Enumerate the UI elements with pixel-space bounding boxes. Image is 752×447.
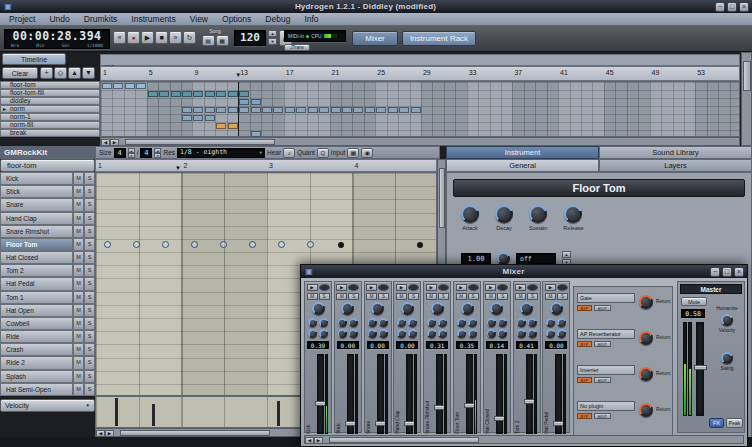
sequence-cell[interactable] — [228, 91, 238, 97]
pattern-list-item[interactable]: norm-1 — [0, 113, 100, 121]
sequence-cell[interactable] — [239, 99, 249, 105]
fx-send-knob[interactable] — [487, 329, 496, 338]
swing-knob[interactable] — [721, 352, 733, 364]
fx-name-button[interactable]: AP Reverberator — [577, 329, 635, 339]
note[interactable] — [162, 241, 169, 248]
note[interactable] — [338, 242, 344, 248]
sequence-cell[interactable] — [205, 107, 215, 113]
fx-send-knob[interactable] — [349, 329, 358, 338]
note[interactable] — [220, 241, 227, 248]
channel-volume-fader[interactable] — [377, 354, 384, 434]
fx-send-knob[interactable] — [379, 329, 388, 338]
sequence-cell[interactable] — [376, 107, 386, 113]
record-button[interactable]: ● — [127, 31, 140, 44]
close-button[interactable]: × — [739, 2, 749, 12]
sequence-cell[interactable] — [399, 107, 409, 113]
fx-name-button[interactable]: Inverter — [577, 365, 635, 375]
note[interactable] — [307, 241, 314, 248]
sequence-cell[interactable] — [273, 107, 283, 113]
channel-mute-button[interactable]: M — [456, 293, 467, 300]
sequence-cell[interactable] — [239, 107, 249, 113]
menu-drumkits[interactable]: Drumkits — [77, 13, 125, 26]
fx-send-knob[interactable] — [528, 318, 537, 327]
hear-notes-toggle[interactable]: ♪ — [283, 148, 295, 158]
instrument-name-button[interactable]: Snare Rimshot — [0, 225, 73, 238]
fx-send-knob[interactable] — [427, 329, 436, 338]
mixer-horizontal-scrollbar[interactable]: ◀▶ — [304, 435, 744, 444]
instrument-name-button[interactable]: Hat Open — [0, 304, 73, 317]
pattern-position-ruler[interactable]: 1234▼ — [95, 159, 437, 172]
scroll-left-button[interactable]: ◀ — [96, 430, 105, 437]
pattern-list-item[interactable]: norm-fill — [0, 121, 100, 129]
instrument-solo-button[interactable]: S — [84, 291, 95, 304]
fx-send-knob[interactable] — [397, 318, 406, 327]
pan-knob[interactable] — [401, 302, 414, 315]
pattern-list-item[interactable]: floor-tom — [0, 81, 100, 89]
channel-solo-button[interactable]: S — [527, 293, 538, 300]
pattern-name-button[interactable]: floor-tom — [0, 159, 95, 172]
master-fader[interactable] — [696, 322, 704, 416]
instrument-name-button[interactable]: Ride 2 — [0, 356, 73, 369]
maximize-button[interactable]: □ — [727, 2, 737, 12]
fx-send-knob[interactable] — [517, 329, 526, 338]
scrollbar-thumb[interactable] — [329, 437, 479, 443]
play-sample-button[interactable]: ▶ — [336, 284, 347, 291]
loop-button[interactable]: ↻ — [183, 31, 196, 44]
fx-send-knob[interactable] — [338, 318, 347, 327]
instrument-mute-button[interactable]: M — [73, 356, 84, 369]
instrument-solo-button[interactable]: S — [84, 343, 95, 356]
select-mode-button[interactable]: ◇ — [54, 67, 67, 79]
channel-solo-button[interactable]: S — [319, 293, 330, 300]
sequence-cell[interactable] — [113, 83, 123, 89]
sequence-cell[interactable] — [171, 91, 181, 97]
instrument-solo-button[interactable]: S — [84, 383, 95, 396]
fx-send-knob[interactable] — [498, 329, 507, 338]
mixer-title-bar[interactable]: ▣ Mixer − □ × — [301, 265, 747, 278]
attack-knob[interactable] — [461, 205, 479, 223]
play-sample-button[interactable]: ▶ — [366, 284, 377, 291]
sequence-cell[interactable] — [331, 107, 341, 113]
song-vertical-scrollbar[interactable] — [741, 52, 752, 146]
sequence-cell[interactable] — [285, 107, 295, 113]
pan-knob[interactable] — [520, 302, 533, 315]
move-pattern-down-button[interactable]: ▼ — [82, 67, 95, 79]
channel-solo-button[interactable]: S — [348, 293, 359, 300]
song-mode-button[interactable]: ▤ — [202, 35, 215, 46]
pan-knob[interactable] — [312, 302, 325, 315]
channel-mute-button[interactable]: M — [336, 293, 347, 300]
title-bar[interactable]: ▣ Hydrogen 1.2.1 - Diddley (modified) − … — [0, 0, 752, 13]
instrument-name-button[interactable]: Snare — [0, 198, 73, 211]
sequence-cell[interactable] — [148, 91, 158, 97]
song-sequence-grid[interactable] — [100, 81, 740, 137]
pattern-list-item[interactable]: floor-tom-fill — [0, 89, 100, 97]
sequence-cell[interactable] — [193, 115, 203, 121]
scroll-right-button[interactable]: ▶ — [110, 139, 119, 146]
sequence-cell[interactable] — [193, 91, 203, 97]
input-piano-toggle[interactable]: ▦ — [347, 148, 359, 158]
fx-send-knob[interactable] — [438, 329, 447, 338]
master-mute-button[interactable]: Mute — [681, 297, 707, 306]
move-pattern-up-button[interactable]: ▲ — [68, 67, 81, 79]
note[interactable] — [417, 242, 423, 248]
instrument-mute-button[interactable]: M — [73, 264, 84, 277]
velocity-bar[interactable] — [115, 398, 118, 426]
clear-sequence-button[interactable]: Clear — [2, 67, 38, 79]
release-knob[interactable] — [564, 205, 582, 223]
channel-solo-button[interactable]: S — [468, 293, 479, 300]
spin-up-button[interactable]: ▲ — [562, 251, 571, 258]
sequence-cell[interactable] — [102, 83, 112, 89]
scrollbar-thumb[interactable] — [120, 430, 270, 436]
fx-send-knob[interactable] — [438, 318, 447, 327]
instrument-mute-button[interactable]: M — [73, 212, 84, 225]
instrument-solo-button[interactable]: S — [84, 198, 95, 211]
decay-knob[interactable] — [495, 205, 513, 223]
play-button[interactable]: ▶ — [141, 31, 154, 44]
fx-send-knob[interactable] — [319, 329, 328, 338]
channel-volume-fader[interactable] — [496, 354, 503, 434]
size-numerator-spinbox[interactable]: 4 — [114, 148, 126, 158]
spin-down-button[interactable]: ▼ — [128, 153, 135, 158]
note[interactable] — [133, 241, 140, 248]
fx-send-knob[interactable] — [427, 318, 436, 327]
instrument-solo-button[interactable]: S — [84, 277, 95, 290]
jack-transport-button[interactable]: JTrans — [284, 44, 310, 51]
